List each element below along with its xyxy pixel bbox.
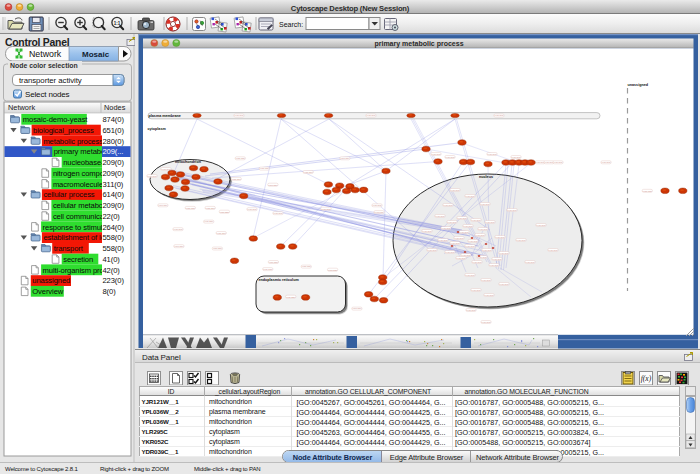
svg-text:(Yxx xxx): (Yxx xxx) <box>352 307 361 309</box>
svg-text:311(0): 311(0) <box>103 180 124 189</box>
svg-text:(Yxx xxx): (Yxx xxx) <box>148 175 157 177</box>
svg-text:(Yxx xxx): (Yxx xxx) <box>460 231 469 233</box>
svg-text:8(0): 8(0) <box>103 287 117 296</box>
svg-text:(Yxx xxx): (Yxx xxx) <box>428 249 437 251</box>
svg-text:(Yxx xxx): (Yxx xxx) <box>448 221 457 223</box>
svg-text:(Yxx xxx): (Yxx xxx) <box>439 239 448 241</box>
svg-text:(Yxx xxx): (Yxx xxx) <box>158 204 167 206</box>
svg-text:(Yxx xxx): (Yxx xxx) <box>217 232 226 234</box>
svg-text:primary metabolic process: primary metabolic process <box>374 40 463 48</box>
svg-text:unassigned: unassigned <box>628 83 649 87</box>
svg-text:209(0): 209(0) <box>103 201 125 210</box>
svg-text:(Yxx xxx): (Yxx xxx) <box>537 224 546 226</box>
svg-text:response to stimul: response to stimul <box>43 223 103 232</box>
svg-text:(Yxx xxx): (Yxx xxx) <box>466 195 475 197</box>
svg-text:transporter activity: transporter activity <box>19 76 82 85</box>
svg-text:(Yxx xxx): (Yxx xxx) <box>436 215 445 217</box>
svg-text:(Yxx xxx): (Yxx xxx) <box>260 167 269 169</box>
svg-text:(Yxx xxx): (Yxx xxx) <box>473 261 482 263</box>
svg-text:41(0): 41(0) <box>103 255 121 264</box>
svg-text:(Yxx xxx): (Yxx xxx) <box>472 219 481 221</box>
svg-text:(Yxx xxx): (Yxx xxx) <box>373 204 382 206</box>
svg-text:(Yxx xxx): (Yxx xxx) <box>500 283 509 285</box>
svg-text:(Yxx xxx): (Yxx xxx) <box>423 230 432 232</box>
svg-text:(Yxx xxx): (Yxx xxx) <box>479 228 488 230</box>
svg-text:mitochondrion: mitochondrion <box>175 160 202 164</box>
svg-text:(Yxx xxx): (Yxx xxx) <box>268 184 277 186</box>
svg-text:(Yxx xxx): (Yxx xxx) <box>286 296 295 298</box>
svg-text:cell communicat: cell communicat <box>53 212 107 221</box>
svg-text:209(...: 209(... <box>103 147 124 156</box>
svg-text:(Yxx xxx): (Yxx xxx) <box>220 211 229 213</box>
svg-text:mosaic-demo-yeast: mosaic-demo-yeast <box>23 115 89 124</box>
svg-text:(Yxx xxx): (Yxx xxx) <box>206 207 215 209</box>
svg-text:Network: Network <box>29 49 62 59</box>
svg-text:(Yxx xxx): (Yxx xxx) <box>486 221 495 223</box>
svg-text:metabolic process: metabolic process <box>43 137 103 146</box>
svg-text:651(0): 651(0) <box>103 126 125 135</box>
svg-text:42(0): 42(0) <box>103 266 121 275</box>
svg-text:(Yxx xxx): (Yxx xxx) <box>304 171 313 173</box>
svg-text:Cytoscape Desktop (New Session: Cytoscape Desktop (New Session) <box>291 4 410 13</box>
svg-text:cellular metabol: cellular metabol <box>53 201 105 210</box>
svg-text:(Yxx xxx): (Yxx xxx) <box>545 161 554 163</box>
svg-text:(Yxx xxx): (Yxx xxx) <box>204 220 213 222</box>
svg-text:(Yxx xxx): (Yxx xxx) <box>602 161 611 163</box>
svg-text:558(0): 558(0) <box>103 244 125 253</box>
svg-text:(Yxx xxx): (Yxx xxx) <box>476 234 485 236</box>
svg-text:(Yxx xxx): (Yxx xxx) <box>442 227 451 229</box>
svg-text:Search:: Search: <box>279 21 303 28</box>
svg-text:nucleobase-: nucleobase- <box>63 158 104 167</box>
svg-text:22(0): 22(0) <box>103 212 121 221</box>
svg-text:(Yxx xxx): (Yxx xxx) <box>482 321 491 323</box>
svg-text:558(0): 558(0) <box>103 233 125 242</box>
svg-text:macromolecule: macromolecule <box>53 180 103 189</box>
svg-text:(Yxx xxx): (Yxx xxx) <box>483 249 492 251</box>
svg-text:209(0): 209(0) <box>103 158 125 167</box>
svg-text:(Yxx xxx): (Yxx xxx) <box>232 178 241 180</box>
svg-text:primary metabol: primary metabol <box>54 147 107 156</box>
svg-text:(Yxx xxx): (Yxx xxx) <box>248 208 257 210</box>
svg-text:1:1: 1:1 <box>114 21 121 26</box>
svg-text:(Yxx xxx): (Yxx xxx) <box>174 245 183 247</box>
svg-text:(Yxx xxx): (Yxx xxx) <box>554 161 563 163</box>
svg-text:(Yxx xxx): (Yxx xxx) <box>526 261 535 263</box>
svg-text:(Yxx xxx): (Yxx xxx) <box>446 156 455 158</box>
svg-text:(Yxx xxx): (Yxx xxx) <box>643 190 652 192</box>
svg-text:874(0): 874(0) <box>103 115 125 124</box>
svg-text:biological_process: biological_process <box>33 126 94 135</box>
svg-text:(Yxx xxx): (Yxx xxx) <box>466 274 475 276</box>
svg-text:(Yxx xxx): (Yxx xxx) <box>536 161 545 163</box>
svg-text:223(0): 223(0) <box>103 276 125 285</box>
svg-text:(Yxx xxx): (Yxx xxx) <box>451 242 460 244</box>
svg-text:cellular process: cellular process <box>43 190 94 199</box>
svg-text:unassigned: unassigned <box>32 276 70 285</box>
svg-text:(Yxx xxx): (Yxx xxx) <box>455 237 464 239</box>
svg-text:(Yxx xxx): (Yxx xxx) <box>512 156 521 158</box>
svg-text:(Yxx xxx): (Yxx xxx) <box>490 264 499 266</box>
svg-text:(Yxx xxx): (Yxx xxx) <box>269 261 278 263</box>
svg-text:(Yxx xxx): (Yxx xxx) <box>444 204 453 206</box>
svg-text:(Yxx xxx): (Yxx xxx) <box>446 251 455 253</box>
svg-text:(Yxx xxx): (Yxx xxx) <box>236 157 245 159</box>
svg-text:plasma membrane: plasma membrane <box>149 114 181 118</box>
svg-text:nitrogen compo: nitrogen compo <box>53 169 104 178</box>
svg-text:(Yxx xxx): (Yxx xxx) <box>493 258 502 260</box>
svg-text:(Yxx xxx): (Yxx xxx) <box>457 257 466 259</box>
svg-text:Select nodes: Select nodes <box>25 90 70 99</box>
svg-text:secretion: secretion <box>63 255 93 264</box>
svg-text:(Yxx xxx): (Yxx xxx) <box>186 207 195 209</box>
svg-text:Mosaic: Mosaic <box>82 50 110 59</box>
svg-text:endoplasmic reticulum: endoplasmic reticulum <box>259 278 300 282</box>
svg-text:f(x): f(x) <box>641 374 652 383</box>
svg-text:(Yxx xxx): (Yxx xxx) <box>375 211 384 213</box>
svg-text:(Yxx xxx): (Yxx xxx) <box>274 212 283 214</box>
svg-text:(Yxx xxx): (Yxx xxx) <box>517 239 526 241</box>
svg-text:(Yxx xxx): (Yxx xxx) <box>496 236 505 238</box>
svg-text:establishment of lo: establishment of lo <box>43 233 104 242</box>
svg-text:264(0): 264(0) <box>103 223 125 232</box>
svg-text:(Yxx xxx): (Yxx xxx) <box>302 265 311 267</box>
svg-text:(Yxx xxx): (Yxx xxx) <box>485 294 494 296</box>
svg-text:nucleus: nucleus <box>479 175 493 179</box>
svg-text:(Yxx xxx): (Yxx xxx) <box>464 225 473 227</box>
